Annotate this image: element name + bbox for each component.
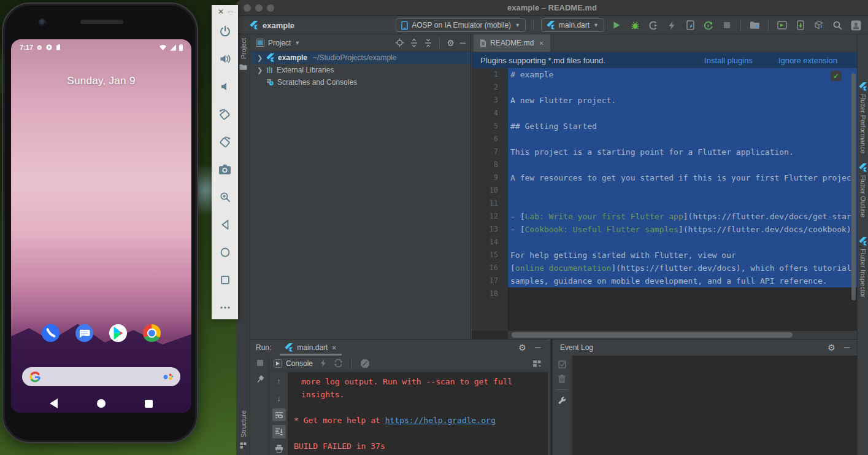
device-selector[interactable]: AOSP on IA Emulator (mobile) ▼: [396, 18, 526, 32]
overview-icon[interactable]: [145, 400, 153, 408]
chrome-app-icon[interactable]: [143, 324, 161, 342]
ignore-extension-link[interactable]: Ignore extension: [778, 56, 837, 65]
run-panel: Run: main.dart ✕ ⚙ ─: [251, 339, 548, 455]
rotate-right-icon[interactable]: [218, 135, 232, 149]
clock: 7:17: [20, 44, 33, 51]
stop-icon[interactable]: [256, 359, 264, 367]
window-titlebar[interactable]: example – README.md: [236, 0, 868, 16]
line-number: 5: [472, 120, 498, 133]
hot-reload-icon[interactable]: [684, 19, 696, 31]
volume-down-icon[interactable]: [218, 80, 232, 93]
home-icon[interactable]: [218, 246, 232, 259]
attach-debugger-icon[interactable]: [666, 19, 678, 31]
editor-horizontal-scrollbar[interactable]: [512, 332, 793, 338]
tab-readme[interactable]: README.md ✕: [474, 34, 550, 52]
tree-row-external-libraries[interactable]: ❯ External Libraries: [251, 64, 470, 76]
hot-restart-icon[interactable]: [702, 19, 715, 31]
console-output[interactable]: more log output. Run with --scan to get …: [288, 372, 548, 455]
device-manager-icon[interactable]: [748, 19, 761, 31]
zoom-icon[interactable]: [218, 190, 232, 204]
messages-app-icon[interactable]: [75, 324, 93, 342]
code-line: A few resources to get you started if th…: [508, 171, 857, 184]
search-icon[interactable]: [831, 19, 843, 31]
install-plugins-link[interactable]: Install plugins: [704, 56, 753, 65]
close-icon[interactable]: ✕: [218, 7, 224, 18]
flutter-performance-tab[interactable]: Flutter Performance: [858, 82, 868, 154]
minimize-icon[interactable]: ─: [228, 7, 233, 18]
screenshot-icon[interactable]: [218, 163, 232, 176]
google-search-bar[interactable]: [22, 367, 180, 386]
chevron-right-icon[interactable]: ❯: [257, 66, 263, 74]
overview-icon[interactable]: [218, 273, 232, 287]
trash-icon[interactable]: [558, 375, 566, 383]
down-arrow-icon[interactable]: ↓: [272, 391, 286, 404]
code-text: samples, guidance on mobile development,…: [510, 276, 828, 286]
pin-icon[interactable]: [256, 375, 264, 384]
structure-tool-tab[interactable]: Structure: [236, 410, 250, 449]
avatar-icon[interactable]: [850, 19, 862, 31]
expand-all-icon[interactable]: [410, 39, 418, 47]
play-store-app-icon[interactable]: [109, 324, 127, 342]
profiler-icon[interactable]: [647, 19, 659, 31]
back-icon[interactable]: [50, 399, 58, 408]
collapse-all-icon[interactable]: [424, 39, 432, 47]
project-view-selector[interactable]: Project ▼: [256, 39, 300, 47]
hide-panel-icon[interactable]: ─: [460, 39, 466, 47]
close-tab-icon[interactable]: ✕: [331, 344, 336, 351]
run-config-selector[interactable]: main.dart ▼: [541, 18, 604, 32]
hide-panel-icon[interactable]: ─: [535, 343, 540, 352]
rerun-icon[interactable]: [334, 359, 343, 367]
editor[interactable]: ✓ 123456789101112131415161718 # exampleA…: [472, 68, 857, 339]
power-icon[interactable]: [218, 25, 232, 38]
rotate-left-icon[interactable]: [218, 107, 232, 121]
clear-icon[interactable]: [361, 359, 369, 368]
console-tab[interactable]: Console: [274, 359, 313, 368]
run-icon[interactable]: [610, 19, 623, 31]
desktop: 7:17 ⚙ Sunday, Jan 9: [0, 0, 868, 455]
structure-icon: [240, 442, 247, 449]
tree-row-scratches[interactable]: Scratches and Consoles: [251, 76, 470, 88]
console-link[interactable]: https://help.gradle.org: [385, 416, 496, 425]
gear-icon[interactable]: ⚙: [518, 343, 526, 352]
phone-app-icon[interactable]: [42, 324, 60, 342]
hide-panel-icon[interactable]: ─: [844, 343, 850, 352]
locate-file-icon[interactable]: [395, 38, 404, 47]
wrench-icon[interactable]: [558, 396, 566, 404]
phone-status-bar: 7:17 ⚙: [11, 39, 191, 53]
console-text: insights.: [301, 390, 344, 399]
volume-up-icon[interactable]: [218, 52, 232, 66]
tree-row-example[interactable]: ❯ example ~/StudioProjects/example: [251, 52, 470, 64]
editor-vertical-scrollbar[interactable]: [851, 73, 856, 300]
event-log-content[interactable]: [572, 356, 857, 455]
print-icon[interactable]: [272, 442, 286, 455]
logcat-icon[interactable]: [794, 19, 807, 31]
phone-screen[interactable]: 7:17 ⚙ Sunday, Jan 9: [11, 39, 191, 413]
soft-wrap-icon[interactable]: [272, 408, 286, 421]
stop-icon[interactable]: [721, 19, 733, 31]
lockscreen-date: Sunday, Jan 9: [11, 75, 191, 87]
project-tool-tab[interactable]: Project: [236, 38, 250, 71]
back-icon[interactable]: [218, 218, 232, 231]
scroll-to-end-icon[interactable]: [272, 425, 286, 438]
debug-icon[interactable]: [629, 19, 641, 31]
checkbox-icon[interactable]: [558, 360, 566, 368]
close-tab-icon[interactable]: ✕: [539, 40, 543, 47]
chevron-right-icon[interactable]: ❯: [257, 54, 263, 62]
more-icon[interactable]: [218, 301, 232, 314]
flutter-outline-tab[interactable]: Flutter Outline: [858, 163, 868, 217]
inspection-ok-icon[interactable]: ✓: [831, 71, 842, 81]
project-widget[interactable]: example: [250, 21, 294, 30]
assistant-icon: [162, 371, 174, 383]
home-icon[interactable]: [97, 399, 106, 408]
run-anything-icon[interactable]: [776, 19, 788, 31]
flutter-inspector-tab[interactable]: Flutter Inspector: [858, 237, 868, 297]
sdk-manager-icon[interactable]: [813, 19, 825, 31]
code-line: [508, 236, 857, 249]
run-tab-main-dart[interactable]: main.dart ✕: [280, 340, 341, 356]
up-arrow-icon[interactable]: ↑: [272, 375, 286, 387]
lightning-icon[interactable]: [320, 359, 326, 367]
editor-code[interactable]: # exampleA new Flutter project.## Gettin…: [508, 68, 857, 331]
layout-settings-icon[interactable]: [532, 359, 542, 368]
gear-icon[interactable]: ⚙: [447, 39, 455, 47]
gear-icon[interactable]: ⚙: [828, 343, 835, 352]
